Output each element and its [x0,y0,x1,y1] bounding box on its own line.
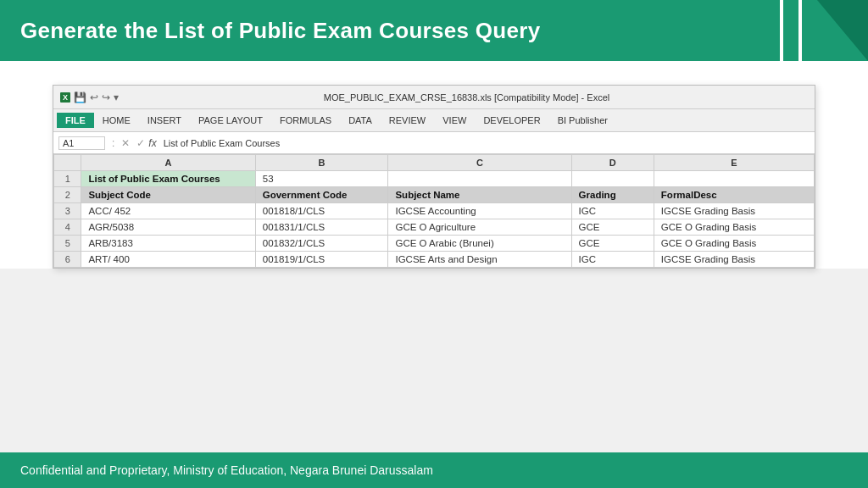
deco-bar-1 [780,0,795,61]
cell-2-D[interactable]: Grading [571,187,654,203]
cell-4-D[interactable]: GCE [571,219,654,236]
cell-3-E[interactable]: IGCSE Grading Basis [654,203,814,219]
formula-x-icon: ✕ [121,137,130,149]
table-row: 6ART/ 400001819/1/CLSIGCSE Arts and Desi… [54,252,815,268]
tab-home[interactable]: HOME [94,113,139,128]
cell-3-A[interactable]: ACC/ 452 [81,203,255,219]
formula-check-icon: ✓ [136,137,145,149]
row-number: 4 [54,219,81,236]
formula-value: List of Public Exam Courses [164,138,281,148]
excel-icon: X [60,92,70,103]
row-number: 1 [54,171,81,187]
cell-3-C[interactable]: IGCSE Accounting [388,203,571,219]
table-row: 1List of Public Exam Courses53 [54,171,815,187]
cell-5-B[interactable]: 001832/1/CLS [255,236,388,252]
page-title: Generate the List of Public Exam Courses… [20,18,540,44]
excel-filename: MOE_PUBLIC_EXAM_CRSE_16838.xls [Compatib… [125,92,808,103]
cell-2-E[interactable]: FormalDesc [654,187,814,203]
cell-1-B[interactable]: 53 [255,171,388,187]
excel-ribbon: FILE HOME INSERT PAGE LAYOUT FORMULAS DA… [53,109,815,132]
undo-icon[interactable]: ↩ [90,92,98,103]
tab-formulas[interactable]: FORMULAS [271,113,340,128]
tab-data[interactable]: DATA [340,113,381,128]
excel-window: X 💾 ↩ ↪ ▾ MOE_PUBLIC_EXAM_CRSE_16838.xls… [53,85,815,269]
formula-bar: A1 : ✕ ✓ fx List of Public Exam Courses [53,132,815,154]
cell-3-B[interactable]: 001818/1/CLS [255,203,388,219]
cell-6-E[interactable]: IGCSE Grading Basis [654,252,814,268]
row-number: 5 [54,236,81,252]
tab-view[interactable]: VIEW [434,113,475,128]
table-row: 3ACC/ 452001818/1/CLSIGCSE AccountingIGC… [54,203,815,219]
cell-1-A[interactable]: List of Public Exam Courses [81,171,255,187]
formula-divider: : [112,137,114,149]
col-header-c[interactable]: C [388,155,571,171]
ribbon-tab-bar: FILE HOME INSERT PAGE LAYOUT FORMULAS DA… [53,109,815,131]
column-header-row: A B C D E [54,155,815,171]
cell-1-C[interactable] [388,171,571,187]
table-row: 2Subject CodeGovernment CodeSubject Name… [54,187,815,203]
cell-4-B[interactable]: 001831/1/CLS [255,219,388,236]
cell-reference[interactable]: A1 [58,136,105,150]
row-number: 2 [54,187,81,203]
cell-5-A[interactable]: ARB/3183 [81,236,255,252]
cell-2-A[interactable]: Subject Code [81,187,255,203]
page-footer: Confidential and Proprietary, Ministry o… [0,452,868,488]
col-header-a[interactable]: A [81,155,255,171]
deco-bar-2 [798,0,814,61]
page-header: Generate the List of Public Exam Courses… [0,0,868,61]
save-icon[interactable]: 💾 [74,92,86,103]
tab-developer[interactable]: DEVELOPER [475,113,548,128]
cell-6-B[interactable]: 001819/1/CLS [255,252,388,268]
col-header-b[interactable]: B [255,155,388,171]
tab-insert[interactable]: INSERT [139,113,190,128]
cell-6-C[interactable]: IGCSE Arts and Design [388,252,571,268]
cell-2-C[interactable]: Subject Name [388,187,571,203]
tab-page-layout[interactable]: PAGE LAYOUT [190,113,271,128]
cell-6-A[interactable]: ART/ 400 [81,252,255,268]
cell-5-C[interactable]: GCE O Arabic (Brunei) [388,236,571,252]
tab-bi-publisher[interactable]: BI Publisher [549,113,616,128]
cell-5-D[interactable]: GCE [571,236,654,252]
deco-triangle [817,0,868,61]
table-row: 5ARB/3183001832/1/CLSGCE O Arabic (Brune… [54,236,815,252]
cell-4-E[interactable]: GCE O Grading Basis [654,219,814,236]
cell-1-D[interactable] [571,171,654,187]
excel-app-icons: X 💾 ↩ ↪ ▾ [60,92,119,103]
cell-6-D[interactable]: IGC [571,252,654,268]
cell-4-A[interactable]: AGR/5038 [81,219,255,236]
cell-2-B[interactable]: Government Code [255,187,388,203]
cell-3-D[interactable]: IGC [571,203,654,219]
cell-5-E[interactable]: GCE O Grading Basis [654,236,814,252]
row-number: 3 [54,203,81,219]
tab-review[interactable]: REVIEW [381,113,434,128]
cell-4-C[interactable]: GCE O Agriculture [388,219,571,236]
cell-1-E[interactable] [654,171,814,187]
fx-symbol: fx [148,137,156,149]
col-header-e[interactable]: E [654,155,814,171]
footer-text: Confidential and Proprietary, Ministry o… [20,463,433,477]
header-decorations [780,0,868,61]
col-header-d[interactable]: D [571,155,654,171]
tab-file[interactable]: FILE [57,113,94,128]
col-header-rownum [54,155,81,171]
sheet-table: A B C D E 1List of Public Exam Courses53… [53,154,815,268]
spreadsheet: A B C D E 1List of Public Exam Courses53… [53,154,815,268]
table-row: 4AGR/5038001831/1/CLSGCE O AgricultureGC… [54,219,815,236]
more-icon[interactable]: ▾ [114,92,119,103]
redo-icon[interactable]: ↪ [102,92,110,103]
row-number: 6 [54,252,81,268]
excel-titlebar: X 💾 ↩ ↪ ▾ MOE_PUBLIC_EXAM_CRSE_16838.xls… [53,86,815,109]
